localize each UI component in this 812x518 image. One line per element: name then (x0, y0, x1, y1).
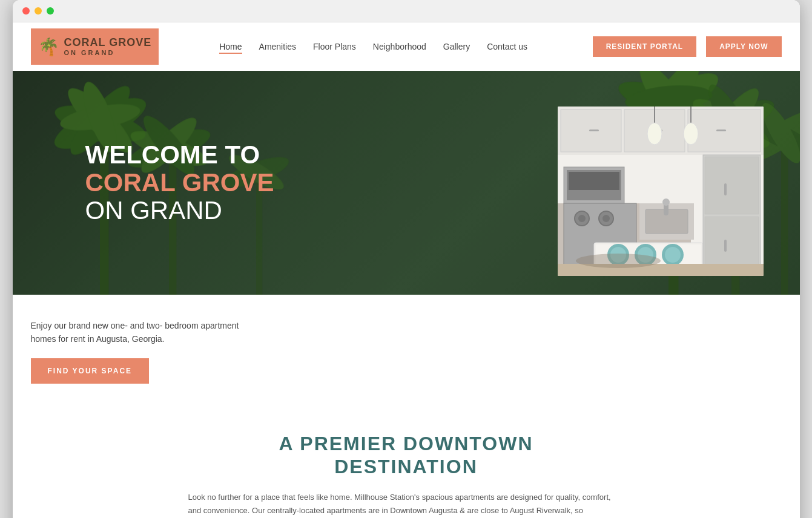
site-content: 🌴 CORAL GROVE ON GRAND Home Amenities Fl… (13, 22, 800, 518)
maximize-button[interactable] (47, 7, 54, 15)
header-buttons: RESIDENT PORTAL APPLY NOW (593, 36, 782, 57)
premier-title: A PREMIER DOWNTOWN DESTINATION (49, 432, 764, 479)
svg-point-39 (647, 123, 662, 145)
svg-rect-35 (589, 130, 599, 131)
hero-title-line1: WELCOME TO (85, 140, 260, 169)
svg-rect-73 (724, 240, 727, 252)
find-your-space-button[interactable]: FIND YOUR SPACE (31, 358, 150, 384)
svg-point-48 (578, 215, 586, 222)
svg-point-62 (665, 247, 681, 263)
svg-rect-72 (724, 183, 727, 195)
nav-home[interactable]: Home (219, 42, 242, 54)
hero-section: WELCOME TO CORAL GROVE ON GRAND (13, 71, 800, 295)
nav-contact[interactable]: Contact us (487, 42, 527, 51)
kitchen-image (558, 107, 764, 276)
brand-name: CORAL GROVE (64, 37, 152, 49)
browser-window: 🌴 CORAL GROVE ON GRAND Home Amenities Fl… (13, 0, 800, 518)
premier-section: A PREMIER DOWNTOWN DESTINATION Look no f… (13, 408, 800, 518)
svg-rect-45 (569, 172, 619, 190)
premier-desc-1: Look no further for a place that feels l… (188, 491, 624, 518)
browser-chrome (13, 0, 800, 22)
nav-floor-plans[interactable]: Floor Plans (313, 42, 356, 51)
hero-title-line3: ON GRAND (85, 196, 222, 225)
svg-rect-37 (716, 130, 726, 131)
nav-neighborhood[interactable]: Neighborhood (373, 42, 426, 51)
hero-title-line2: CORAL GROVE (85, 168, 274, 197)
main-nav: Home Amenities Floor Plans Neighborhood … (159, 41, 527, 52)
svg-point-54 (662, 198, 670, 206)
svg-point-75 (576, 254, 661, 268)
brand-sub: ON GRAND (64, 49, 152, 56)
svg-point-50 (602, 215, 610, 222)
info-section: Enjoy our brand new one- and two- bedroo… (13, 295, 800, 408)
minimize-button[interactable] (35, 7, 42, 15)
logo-area[interactable]: 🌴 CORAL GROVE ON GRAND (31, 28, 159, 65)
info-description: Enjoy our brand new one- and two- bedroo… (31, 319, 261, 346)
hero-title: WELCOME TO CORAL GROVE ON GRAND (85, 141, 274, 225)
nav-gallery[interactable]: Gallery (443, 42, 470, 51)
hero-content: WELCOME TO CORAL GROVE ON GRAND (85, 141, 274, 225)
resident-portal-button[interactable]: RESIDENT PORTAL (593, 36, 696, 57)
svg-rect-70 (705, 157, 759, 214)
logo-text: CORAL GROVE ON GRAND (64, 37, 152, 56)
nav-amenities[interactable]: Amenities (259, 42, 296, 51)
premier-title-line1: A PREMIER DOWNTOWN (279, 433, 533, 454)
premier-title-line2: DESTINATION (334, 456, 478, 477)
close-button[interactable] (22, 7, 30, 15)
info-text: Enjoy our brand new one- and two- bedroo… (31, 319, 261, 384)
svg-point-41 (684, 123, 698, 145)
site-header: 🌴 CORAL GROVE ON GRAND Home Amenities Fl… (13, 22, 800, 71)
apply-now-button[interactable]: APPLY NOW (706, 36, 781, 57)
palm-icon: 🌴 (38, 37, 59, 57)
